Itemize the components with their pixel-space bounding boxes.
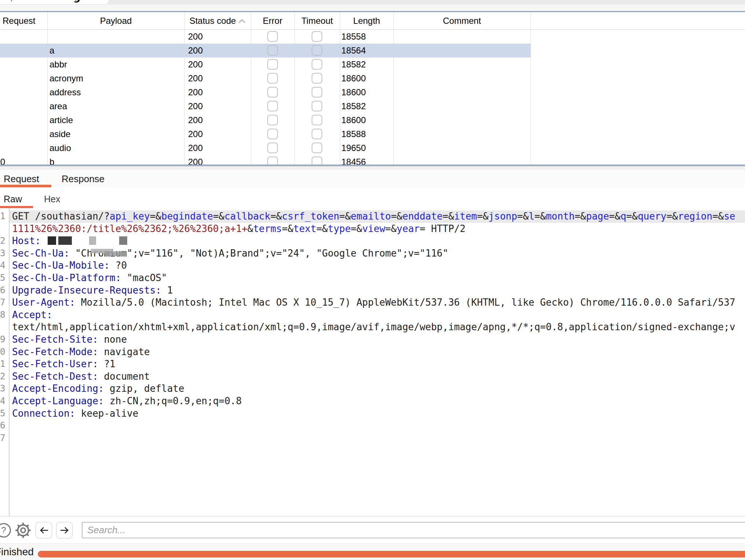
timeout-checkbox[interactable] [312,129,322,139]
error-checkbox[interactable] [267,129,278,139]
length-cell: 18582 [341,99,366,113]
tab-response[interactable]: Response [62,173,104,185]
line-number: 8 [0,309,5,321]
help-icon[interactable]: ? [0,522,12,538]
request-line: Sec-Ch-Ua-Mobile: ?0 [12,259,127,272]
error-checkbox[interactable] [267,156,278,165]
status-code-cell: 200 [188,141,203,155]
request-line: Connection: keep-alive [12,408,138,420]
tab-request[interactable]: Request [4,173,39,185]
payload-cell: acronym [49,71,83,85]
column-header-length[interactable]: Length [340,12,393,30]
timeout-checkbox[interactable] [312,156,322,165]
timeout-checkbox[interactable] [312,31,322,42]
column-header-request[interactable]: Request [0,12,47,30]
previous-button[interactable] [36,522,52,538]
pixelation-overlay [106,251,127,256]
left-arrow-icon [39,526,49,535]
timeout-checkbox[interactable] [312,59,322,70]
redaction-block [48,236,56,245]
partial-mark [11,0,12,1]
timeout-checkbox[interactable] [312,143,322,153]
payload-cell: abbr [49,58,67,71]
gutter-divider [9,208,10,516]
request-line: GET /southasian/?api_key=&begindate=&cal… [12,210,735,223]
timeout-checkbox[interactable] [312,73,322,84]
table-row[interactable]: 0b20018456 [0,155,745,165]
line-number: 7 [0,296,5,309]
table-row[interactable]: abbr20018582 [0,58,745,71]
timeout-checkbox[interactable] [312,45,322,56]
request-line: Accept-Encoding: gzip, deflate [12,383,184,395]
length-cell: 18588 [341,127,366,141]
next-button[interactable] [56,522,73,538]
status-code-cell: 200 [188,127,203,141]
error-checkbox[interactable] [267,31,278,42]
request-editor[interactable]: 1GET /southasian/?api_key=&begindate=&ca… [0,208,745,516]
settings-gear-icon[interactable] [15,522,31,538]
line-number: 6 [0,420,5,432]
table-row[interactable]: acronym20018600 [0,71,745,85]
request-line: Sec-Ch-Ua: "Chromium";v="116", "Not)A;Br… [12,247,448,260]
table-row[interactable]: 20018558 [0,30,745,44]
column-header-timeout[interactable]: Timeout [294,12,340,30]
error-checkbox[interactable] [267,45,278,56]
table-row[interactable]: address20018600 [0,85,745,99]
line-number: 5 [0,408,5,420]
top-card-fragment: g [0,0,109,5]
table-row[interactable]: article20018600 [0,113,745,127]
line-number: 3 [0,383,5,395]
line-number: 2 [0,235,5,247]
request-line: Upgrade-Insecure-Requests: 1 [12,284,173,297]
burp-intruder-results-window: g Request Payload Status code Error Time… [0,0,745,560]
table-row[interactable]: audio20019650 [0,141,745,155]
line-number: 6 [0,284,5,297]
request-line: 1111%26%2360:/title%26%2362;%26%2360;a+1… [12,223,466,235]
length-cell: 18600 [341,85,366,99]
partial-glyph: g [73,0,80,3]
timeout-checkbox[interactable] [312,101,322,111]
request-line: Sec-Fetch-Mode: navigate [12,346,150,358]
error-checkbox[interactable] [267,101,278,111]
status-code-cell: 200 [188,58,203,71]
line-number: 0 [0,346,5,358]
status-bar: Finished [0,544,745,560]
payload-cell: address [49,85,81,99]
tab-hex[interactable]: Hex [44,194,60,205]
progress-bar [38,551,745,557]
tab-raw[interactable]: Raw [4,194,22,205]
table-row[interactable]: area20018582 [0,99,745,113]
top-panel-remnant: g [0,0,745,11]
request-line: Sec-Fetch-User: ?1 [12,358,115,371]
status-code-cell: 200 [188,44,203,58]
length-cell: 18564 [341,44,366,58]
request-line: Host: [12,235,41,247]
results-table-header: Request Payload Status code Error Timeou… [0,12,745,30]
request-number-cell: 0 [0,155,5,165]
error-checkbox[interactable] [267,87,278,97]
bottom-toolbar: ? [0,517,745,544]
length-cell: 18600 [341,71,366,85]
message-tabs: Request Response [0,170,745,187]
column-header-error[interactable]: Error [251,12,294,30]
sort-ascending-icon [238,19,246,23]
timeout-checkbox[interactable] [312,115,322,125]
search-input[interactable] [82,522,745,538]
column-header-status-code[interactable]: Status code [184,12,251,30]
table-row[interactable]: aside20018588 [0,127,745,141]
error-checkbox[interactable] [267,115,278,125]
error-checkbox[interactable] [267,73,278,84]
error-checkbox[interactable] [267,143,278,153]
top-gray-strip [0,0,745,4]
timeout-checkbox[interactable] [312,87,322,97]
splitter-band [0,166,745,170]
error-checkbox[interactable] [267,59,278,70]
column-header-comment[interactable]: Comment [393,12,531,30]
status-code-cell: 200 [188,30,203,44]
table-row[interactable]: a20018564 [0,44,745,58]
line-number: 4 [0,259,5,272]
right-arrow-icon [59,526,70,535]
status-code-cell: 200 [188,113,203,127]
payload-cell: area [49,99,67,113]
column-header-payload[interactable]: Payload [47,12,184,30]
